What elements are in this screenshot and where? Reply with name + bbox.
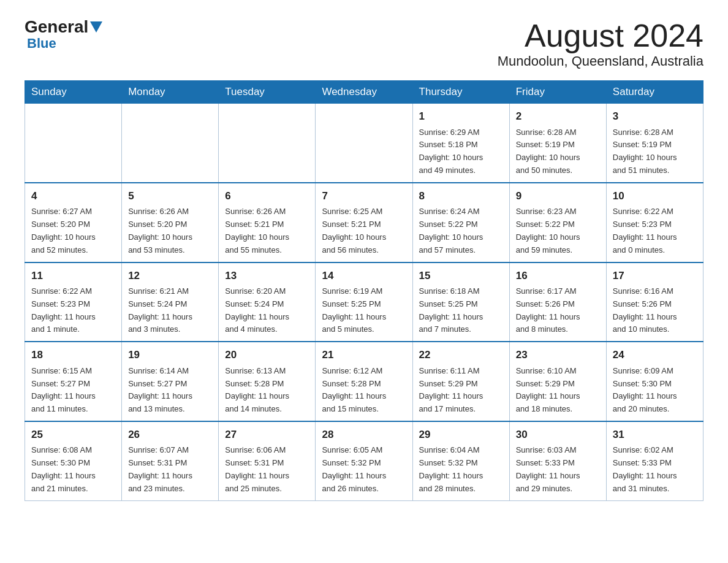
calendar-table: SundayMondayTuesdayWednesdayThursdayFrid… — [25, 80, 703, 500]
calendar-cell: 13Sunrise: 6:20 AMSunset: 5:24 PMDayligh… — [219, 262, 316, 342]
day-info: Sunrise: 6:05 AMSunset: 5:32 PMDaylight:… — [322, 444, 406, 495]
day-number: 17 — [613, 268, 697, 284]
day-number: 23 — [516, 347, 600, 363]
calendar-cell: 11Sunrise: 6:22 AMSunset: 5:23 PMDayligh… — [25, 262, 122, 342]
calendar-cell — [122, 104, 219, 183]
day-number: 15 — [419, 268, 503, 284]
day-info: Sunrise: 6:18 AMSunset: 5:25 PMDaylight:… — [419, 285, 503, 336]
calendar-cell: 28Sunrise: 6:05 AMSunset: 5:32 PMDayligh… — [316, 421, 412, 500]
day-info: Sunrise: 6:27 AMSunset: 5:20 PMDaylight:… — [31, 205, 115, 256]
day-number: 20 — [225, 347, 309, 363]
column-header-monday: Monday — [122, 81, 219, 104]
day-info: Sunrise: 6:11 AMSunset: 5:29 PMDaylight:… — [419, 365, 503, 416]
day-number: 27 — [225, 427, 309, 443]
day-number: 10 — [613, 188, 697, 204]
day-info: Sunrise: 6:09 AMSunset: 5:30 PMDaylight:… — [613, 365, 697, 416]
calendar-cell: 23Sunrise: 6:10 AMSunset: 5:29 PMDayligh… — [509, 342, 606, 421]
calendar-header-row: SundayMondayTuesdayWednesdayThursdayFrid… — [25, 81, 703, 104]
calendar-cell: 15Sunrise: 6:18 AMSunset: 5:25 PMDayligh… — [412, 262, 509, 342]
day-info: Sunrise: 6:19 AMSunset: 5:25 PMDaylight:… — [322, 285, 406, 336]
day-number: 14 — [322, 268, 406, 284]
calendar-cell: 27Sunrise: 6:06 AMSunset: 5:31 PMDayligh… — [219, 421, 316, 500]
day-number: 13 — [225, 268, 309, 284]
day-number: 4 — [31, 188, 115, 204]
logo-blue: Blue — [25, 36, 56, 52]
day-number: 19 — [128, 347, 212, 363]
column-header-thursday: Thursday — [412, 81, 509, 104]
day-info: Sunrise: 6:29 AMSunset: 5:18 PMDaylight:… — [419, 126, 503, 177]
day-number: 21 — [322, 347, 406, 363]
calendar-cell: 19Sunrise: 6:14 AMSunset: 5:27 PMDayligh… — [122, 342, 219, 421]
calendar-cell: 21Sunrise: 6:12 AMSunset: 5:28 PMDayligh… — [316, 342, 412, 421]
day-info: Sunrise: 6:21 AMSunset: 5:24 PMDaylight:… — [128, 285, 212, 336]
calendar-cell: 22Sunrise: 6:11 AMSunset: 5:29 PMDayligh… — [412, 342, 509, 421]
calendar-cell: 1Sunrise: 6:29 AMSunset: 5:18 PMDaylight… — [412, 104, 509, 183]
column-header-saturday: Saturday — [606, 81, 703, 104]
logo: General Blue — [25, 18, 102, 52]
day-number: 28 — [322, 427, 406, 443]
location-title: Mundoolun, Queensland, Australia — [498, 53, 703, 69]
day-info: Sunrise: 6:28 AMSunset: 5:19 PMDaylight:… — [516, 126, 600, 177]
day-number: 12 — [128, 268, 212, 284]
day-info: Sunrise: 6:28 AMSunset: 5:19 PMDaylight:… — [613, 126, 697, 177]
day-number: 16 — [516, 268, 600, 284]
day-number: 24 — [613, 347, 697, 363]
day-info: Sunrise: 6:10 AMSunset: 5:29 PMDaylight:… — [516, 365, 600, 416]
calendar-cell — [25, 104, 122, 183]
day-info: Sunrise: 6:02 AMSunset: 5:33 PMDaylight:… — [613, 444, 697, 495]
calendar-week-row: 1Sunrise: 6:29 AMSunset: 5:18 PMDaylight… — [25, 104, 703, 183]
day-number: 22 — [419, 347, 503, 363]
calendar-cell: 20Sunrise: 6:13 AMSunset: 5:28 PMDayligh… — [219, 342, 316, 421]
calendar-cell: 17Sunrise: 6:16 AMSunset: 5:26 PMDayligh… — [606, 262, 703, 342]
day-info: Sunrise: 6:23 AMSunset: 5:22 PMDaylight:… — [516, 205, 600, 256]
column-header-sunday: Sunday — [25, 81, 122, 104]
column-header-tuesday: Tuesday — [219, 81, 316, 104]
day-number: 11 — [31, 268, 115, 284]
calendar-week-row: 18Sunrise: 6:15 AMSunset: 5:27 PMDayligh… — [25, 342, 703, 421]
calendar-cell: 10Sunrise: 6:22 AMSunset: 5:23 PMDayligh… — [606, 183, 703, 262]
calendar-cell: 26Sunrise: 6:07 AMSunset: 5:31 PMDayligh… — [122, 421, 219, 500]
calendar-cell: 7Sunrise: 6:25 AMSunset: 5:21 PMDaylight… — [316, 183, 412, 262]
calendar-week-row: 11Sunrise: 6:22 AMSunset: 5:23 PMDayligh… — [25, 262, 703, 342]
day-number: 9 — [516, 188, 600, 204]
title-block: August 2024 Mundoolun, Queensland, Austr… — [498, 18, 703, 69]
day-info: Sunrise: 6:13 AMSunset: 5:28 PMDaylight:… — [225, 365, 309, 416]
day-info: Sunrise: 6:08 AMSunset: 5:30 PMDaylight:… — [31, 444, 115, 495]
logo-general: General — [25, 18, 88, 36]
day-info: Sunrise: 6:24 AMSunset: 5:22 PMDaylight:… — [419, 205, 503, 256]
calendar-cell: 4Sunrise: 6:27 AMSunset: 5:20 PMDaylight… — [25, 183, 122, 262]
day-info: Sunrise: 6:12 AMSunset: 5:28 PMDaylight:… — [322, 365, 406, 416]
calendar-cell: 31Sunrise: 6:02 AMSunset: 5:33 PMDayligh… — [606, 421, 703, 500]
calendar-cell: 24Sunrise: 6:09 AMSunset: 5:30 PMDayligh… — [606, 342, 703, 421]
day-info: Sunrise: 6:14 AMSunset: 5:27 PMDaylight:… — [128, 365, 212, 416]
column-header-friday: Friday — [509, 81, 606, 104]
day-info: Sunrise: 6:16 AMSunset: 5:26 PMDaylight:… — [613, 285, 697, 336]
calendar-cell: 6Sunrise: 6:26 AMSunset: 5:21 PMDaylight… — [219, 183, 316, 262]
day-info: Sunrise: 6:15 AMSunset: 5:27 PMDaylight:… — [31, 365, 115, 416]
day-number: 30 — [516, 427, 600, 443]
day-number: 29 — [419, 427, 503, 443]
day-info: Sunrise: 6:20 AMSunset: 5:24 PMDaylight:… — [225, 285, 309, 336]
calendar-cell: 18Sunrise: 6:15 AMSunset: 5:27 PMDayligh… — [25, 342, 122, 421]
day-number: 6 — [225, 188, 309, 204]
day-info: Sunrise: 6:17 AMSunset: 5:26 PMDaylight:… — [516, 285, 600, 336]
day-number: 8 — [419, 188, 503, 204]
calendar-cell: 9Sunrise: 6:23 AMSunset: 5:22 PMDaylight… — [509, 183, 606, 262]
day-info: Sunrise: 6:25 AMSunset: 5:21 PMDaylight:… — [322, 205, 406, 256]
day-info: Sunrise: 6:06 AMSunset: 5:31 PMDaylight:… — [225, 444, 309, 495]
day-info: Sunrise: 6:22 AMSunset: 5:23 PMDaylight:… — [31, 285, 115, 336]
column-header-wednesday: Wednesday — [316, 81, 412, 104]
calendar-cell — [219, 104, 316, 183]
day-info: Sunrise: 6:26 AMSunset: 5:21 PMDaylight:… — [225, 205, 309, 256]
calendar-cell: 14Sunrise: 6:19 AMSunset: 5:25 PMDayligh… — [316, 262, 412, 342]
day-info: Sunrise: 6:04 AMSunset: 5:32 PMDaylight:… — [419, 444, 503, 495]
calendar-cell — [316, 104, 412, 183]
day-info: Sunrise: 6:26 AMSunset: 5:20 PMDaylight:… — [128, 205, 212, 256]
calendar-cell: 25Sunrise: 6:08 AMSunset: 5:30 PMDayligh… — [25, 421, 122, 500]
day-number: 7 — [322, 188, 406, 204]
calendar-cell: 5Sunrise: 6:26 AMSunset: 5:20 PMDaylight… — [122, 183, 219, 262]
day-number: 26 — [128, 427, 212, 443]
calendar-cell: 12Sunrise: 6:21 AMSunset: 5:24 PMDayligh… — [122, 262, 219, 342]
day-info: Sunrise: 6:07 AMSunset: 5:31 PMDaylight:… — [128, 444, 212, 495]
day-number: 31 — [613, 427, 697, 443]
